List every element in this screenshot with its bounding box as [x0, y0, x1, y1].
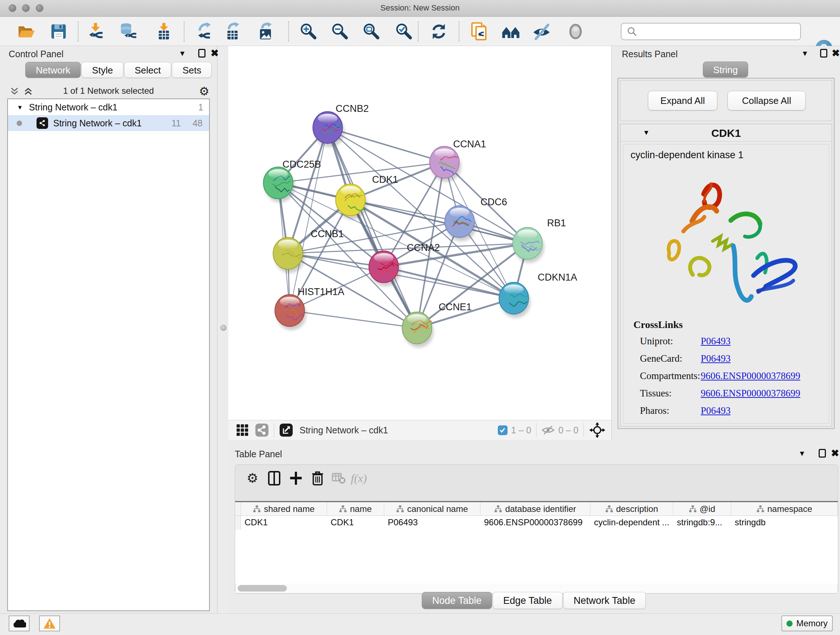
node-CCNE1[interactable]: CCNE1 — [402, 302, 472, 348]
table-row[interactable]: CDK1CDK1P064939606.ENSP00000378699cyclin… — [235, 516, 838, 530]
node-CCNA1[interactable]: CCNA1 — [429, 139, 486, 182]
table-panel-collapse-icon[interactable]: ▾ — [800, 448, 804, 458]
apply-layout-icon[interactable] — [428, 21, 449, 42]
import-table-icon[interactable] — [153, 21, 174, 42]
import-network-from-database-icon[interactable] — [118, 21, 139, 42]
grid-view-icon[interactable] — [236, 424, 248, 436]
node-CDC25B[interactable]: CDC25B — [264, 159, 321, 203]
column-header-description[interactable]: description — [591, 502, 673, 516]
control-panel-float-icon[interactable] — [198, 49, 205, 57]
tree-expand-icon[interactable]: ▾ — [18, 103, 22, 111]
column-header-shared-name[interactable]: shared name — [241, 502, 327, 516]
export-table-icon[interactable] — [223, 21, 244, 42]
edge-CCNB2-RB1[interactable] — [328, 127, 527, 243]
collapse-all-button[interactable]: Collapse All — [728, 91, 806, 111]
delete-column-icon[interactable] — [309, 470, 326, 486]
network-canvas[interactable]: CCNB2CCNA1CDC25BCDK1CDC6RB1CCNB1CCNA2CDK… — [228, 46, 611, 420]
crosslink-link[interactable]: 9606.ENSP00000378699 — [701, 371, 800, 382]
birds-eye-share-icon[interactable] — [255, 423, 269, 437]
cell-name[interactable]: CDK1 — [327, 516, 384, 530]
tab-string[interactable]: String — [703, 62, 748, 78]
results-panel-float-icon[interactable] — [820, 49, 827, 57]
warning-icon — [43, 618, 56, 629]
search-field[interactable] — [621, 23, 801, 40]
first-neighbors-icon[interactable] — [500, 21, 521, 42]
control-panel-collapse-icon[interactable]: ▾ — [180, 48, 185, 58]
cell-shared-name[interactable]: CDK1 — [241, 516, 327, 530]
cell-canonical-name[interactable]: P06493 — [384, 516, 480, 530]
edge-CCNB2-HIST1H1A[interactable] — [290, 127, 328, 310]
results-panel-collapse-icon[interactable]: ▾ — [803, 48, 807, 58]
tab-select[interactable]: Select — [124, 62, 171, 78]
clone-network-icon[interactable] — [469, 21, 490, 42]
save-session-icon[interactable] — [48, 21, 69, 42]
control-panel: Control Panel ▾ ✖ NetworkStyleSelectSets… — [0, 46, 218, 613]
export-network-icon[interactable] — [193, 21, 214, 42]
cell-namespace[interactable]: stringdb — [731, 516, 838, 530]
left-splitter-handle[interactable] — [220, 325, 226, 331]
import-network-icon[interactable] — [85, 21, 106, 42]
zoom-out-icon[interactable] — [330, 21, 351, 42]
control-panel-close-icon[interactable]: ✖ — [210, 49, 219, 57]
expand-all-button[interactable]: Expand All — [648, 91, 717, 111]
open-in-new-window-icon[interactable] — [279, 423, 293, 437]
column-header-database-identifier[interactable]: database identifier — [480, 502, 591, 516]
node-HIST1H1A[interactable]: HIST1H1A — [275, 287, 344, 330]
birds-eye-toggle-icon[interactable] — [589, 422, 606, 439]
network-row[interactable]: String Network – cdk1 11 48 — [8, 115, 209, 131]
crosslinks-heading: CrossLinks — [633, 319, 821, 331]
column-header-name[interactable]: name — [327, 502, 384, 516]
show-all-icon[interactable] — [565, 21, 586, 42]
crosslink-link[interactable]: P06493 — [701, 353, 731, 364]
show-columns-icon[interactable] — [265, 470, 283, 486]
tab-node-table[interactable]: Node Table — [422, 592, 492, 609]
node-CDKN1A[interactable]: CDKN1A — [499, 272, 577, 318]
crosslink-label: Pharos: — [633, 405, 701, 416]
zoom-in-icon[interactable] — [298, 21, 319, 42]
node-table-box: ⚙ f(x) shared namenamecanonical namedata… — [235, 464, 838, 594]
edge-CCNE1-HIST1H1A[interactable] — [290, 310, 417, 328]
search-input[interactable] — [640, 24, 800, 39]
function-builder-icon[interactable]: f(x) — [350, 470, 368, 486]
scrollbar-thumb[interactable] — [238, 585, 287, 592]
table-panel-close-icon[interactable]: ✖ — [831, 449, 839, 458]
gear-icon[interactable]: ⚙ — [199, 84, 210, 98]
column-header-canonical-name[interactable]: canonical name — [384, 502, 480, 516]
hide-selected-icon[interactable] — [531, 21, 552, 42]
edge-CCNB2-CCNE1[interactable] — [328, 127, 417, 328]
results-panel-close-icon[interactable]: ✖ — [832, 49, 840, 57]
network-collection-row[interactable]: ▾ String Network – cdk1 1 — [8, 99, 209, 115]
crosslink-link[interactable]: P06493 — [701, 336, 731, 347]
tab-network[interactable]: Network — [25, 62, 81, 78]
edge-CCNB2-CCNA1[interactable] — [328, 127, 445, 162]
add-column-icon[interactable] — [287, 470, 305, 486]
export-image-icon[interactable] — [256, 21, 277, 42]
tab-edge-table[interactable]: Edge Table — [493, 592, 562, 609]
table-panel-float-icon[interactable] — [819, 449, 826, 458]
cell--id[interactable]: stringdb:9... — [673, 516, 731, 530]
selected-checkbox-icon[interactable] — [498, 425, 508, 435]
protein-entry-header[interactable]: ▾ CDK1 — [621, 124, 832, 141]
node-RB1[interactable]: RB1 — [513, 218, 566, 263]
warnings-button[interactable] — [39, 616, 60, 631]
tab-sets[interactable]: Sets — [172, 62, 212, 78]
results-panel: Results Panel ▾ ✖ String Expand All Coll… — [611, 46, 840, 440]
node-label-HIST1H1A: HIST1H1A — [298, 287, 344, 297]
memory-button[interactable]: Memory — [782, 616, 833, 631]
tab-network-table[interactable]: Network Table — [563, 592, 646, 609]
crosslink-link[interactable]: 9606.ENSP00000378699 — [701, 388, 800, 399]
clear-table-icon[interactable] — [330, 470, 347, 486]
zoom-selected-icon[interactable] — [393, 21, 415, 42]
cell-database-identifier[interactable]: 9606.ENSP00000378699 — [480, 516, 591, 530]
node-CCNB2[interactable]: CCNB2 — [313, 103, 369, 147]
open-session-icon[interactable] — [16, 21, 36, 42]
cell-description[interactable]: cyclin-dependent ... — [591, 516, 673, 530]
cloud-status-button[interactable] — [9, 616, 30, 631]
crosslink-link[interactable]: P06493 — [701, 405, 731, 416]
tab-style[interactable]: Style — [81, 62, 123, 78]
protein-entry-card: ▾ CDK1 cyclin-dependent kinase 1 — [620, 124, 832, 426]
table-gear-icon[interactable]: ⚙ — [244, 470, 261, 486]
column-header--id[interactable]: @id — [673, 502, 731, 516]
column-header-namespace[interactable]: namespace — [731, 502, 838, 516]
fit-content-icon[interactable] — [361, 21, 382, 42]
